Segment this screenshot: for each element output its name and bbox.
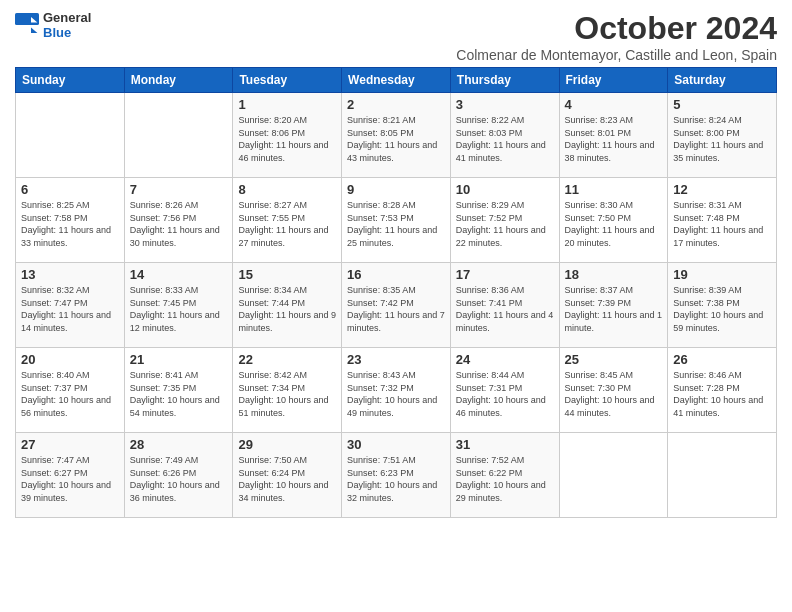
calendar-day: 14Sunrise: 8:33 AM Sunset: 7:45 PM Dayli… xyxy=(124,263,233,348)
logo-general-text: General xyxy=(43,10,91,25)
calendar-day: 21Sunrise: 8:41 AM Sunset: 7:35 PM Dayli… xyxy=(124,348,233,433)
day-number: 23 xyxy=(347,352,445,367)
calendar-day: 24Sunrise: 8:44 AM Sunset: 7:31 PM Dayli… xyxy=(450,348,559,433)
day-info: Sunrise: 8:44 AM Sunset: 7:31 PM Dayligh… xyxy=(456,369,554,419)
day-info: Sunrise: 8:29 AM Sunset: 7:52 PM Dayligh… xyxy=(456,199,554,249)
day-number: 7 xyxy=(130,182,228,197)
calendar-day: 17Sunrise: 8:36 AM Sunset: 7:41 PM Dayli… xyxy=(450,263,559,348)
svg-rect-0 xyxy=(15,13,39,25)
calendar-day: 13Sunrise: 8:32 AM Sunset: 7:47 PM Dayli… xyxy=(16,263,125,348)
calendar-day: 8Sunrise: 8:27 AM Sunset: 7:55 PM Daylig… xyxy=(233,178,342,263)
calendar-day: 16Sunrise: 8:35 AM Sunset: 7:42 PM Dayli… xyxy=(342,263,451,348)
week-row-5: 27Sunrise: 7:47 AM Sunset: 6:27 PM Dayli… xyxy=(16,433,777,518)
day-header-wednesday: Wednesday xyxy=(342,68,451,93)
day-number: 19 xyxy=(673,267,771,282)
logo-blue-text: Blue xyxy=(43,25,91,40)
calendar-table: SundayMondayTuesdayWednesdayThursdayFrid… xyxy=(15,67,777,518)
day-number: 2 xyxy=(347,97,445,112)
day-number: 5 xyxy=(673,97,771,112)
day-info: Sunrise: 8:42 AM Sunset: 7:34 PM Dayligh… xyxy=(238,369,336,419)
day-info: Sunrise: 8:22 AM Sunset: 8:03 PM Dayligh… xyxy=(456,114,554,164)
day-info: Sunrise: 7:52 AM Sunset: 6:22 PM Dayligh… xyxy=(456,454,554,504)
week-row-1: 1Sunrise: 8:20 AM Sunset: 8:06 PM Daylig… xyxy=(16,93,777,178)
day-info: Sunrise: 8:28 AM Sunset: 7:53 PM Dayligh… xyxy=(347,199,445,249)
day-info: Sunrise: 7:49 AM Sunset: 6:26 PM Dayligh… xyxy=(130,454,228,504)
calendar-day: 20Sunrise: 8:40 AM Sunset: 7:37 PM Dayli… xyxy=(16,348,125,433)
day-number: 9 xyxy=(347,182,445,197)
logo: General Blue xyxy=(15,10,91,40)
calendar-body: 1Sunrise: 8:20 AM Sunset: 8:06 PM Daylig… xyxy=(16,93,777,518)
day-number: 27 xyxy=(21,437,119,452)
day-number: 25 xyxy=(565,352,663,367)
day-info: Sunrise: 7:47 AM Sunset: 6:27 PM Dayligh… xyxy=(21,454,119,504)
calendar-day: 5Sunrise: 8:24 AM Sunset: 8:00 PM Daylig… xyxy=(668,93,777,178)
day-info: Sunrise: 8:34 AM Sunset: 7:44 PM Dayligh… xyxy=(238,284,336,334)
day-number: 31 xyxy=(456,437,554,452)
calendar-day: 10Sunrise: 8:29 AM Sunset: 7:52 PM Dayli… xyxy=(450,178,559,263)
day-number: 12 xyxy=(673,182,771,197)
calendar-day: 19Sunrise: 8:39 AM Sunset: 7:38 PM Dayli… xyxy=(668,263,777,348)
day-header-tuesday: Tuesday xyxy=(233,68,342,93)
day-number: 15 xyxy=(238,267,336,282)
day-info: Sunrise: 8:27 AM Sunset: 7:55 PM Dayligh… xyxy=(238,199,336,249)
calendar-day: 15Sunrise: 8:34 AM Sunset: 7:44 PM Dayli… xyxy=(233,263,342,348)
calendar-day: 4Sunrise: 8:23 AM Sunset: 8:01 PM Daylig… xyxy=(559,93,668,178)
title-section: October 2024 Colmenar de Montemayor, Cas… xyxy=(456,10,777,63)
day-info: Sunrise: 8:30 AM Sunset: 7:50 PM Dayligh… xyxy=(565,199,663,249)
day-number: 17 xyxy=(456,267,554,282)
day-number: 24 xyxy=(456,352,554,367)
header-row: SundayMondayTuesdayWednesdayThursdayFrid… xyxy=(16,68,777,93)
calendar-day: 12Sunrise: 8:31 AM Sunset: 7:48 PM Dayli… xyxy=(668,178,777,263)
day-number: 13 xyxy=(21,267,119,282)
day-number: 8 xyxy=(238,182,336,197)
calendar-day xyxy=(668,433,777,518)
day-number: 1 xyxy=(238,97,336,112)
day-number: 4 xyxy=(565,97,663,112)
calendar-day: 9Sunrise: 8:28 AM Sunset: 7:53 PM Daylig… xyxy=(342,178,451,263)
svg-rect-1 xyxy=(15,25,39,37)
calendar-day: 27Sunrise: 7:47 AM Sunset: 6:27 PM Dayli… xyxy=(16,433,125,518)
day-info: Sunrise: 8:39 AM Sunset: 7:38 PM Dayligh… xyxy=(673,284,771,334)
day-header-friday: Friday xyxy=(559,68,668,93)
main-title: October 2024 xyxy=(456,10,777,47)
page: General Blue October 2024 Colmenar de Mo… xyxy=(0,0,792,612)
calendar-day: 18Sunrise: 8:37 AM Sunset: 7:39 PM Dayli… xyxy=(559,263,668,348)
calendar-day: 28Sunrise: 7:49 AM Sunset: 6:26 PM Dayli… xyxy=(124,433,233,518)
day-info: Sunrise: 7:51 AM Sunset: 6:23 PM Dayligh… xyxy=(347,454,445,504)
day-number: 18 xyxy=(565,267,663,282)
day-info: Sunrise: 8:25 AM Sunset: 7:58 PM Dayligh… xyxy=(21,199,119,249)
day-number: 26 xyxy=(673,352,771,367)
subtitle: Colmenar de Montemayor, Castille and Leo… xyxy=(456,47,777,63)
day-info: Sunrise: 8:21 AM Sunset: 8:05 PM Dayligh… xyxy=(347,114,445,164)
day-info: Sunrise: 8:37 AM Sunset: 7:39 PM Dayligh… xyxy=(565,284,663,334)
calendar-day: 6Sunrise: 8:25 AM Sunset: 7:58 PM Daylig… xyxy=(16,178,125,263)
day-number: 20 xyxy=(21,352,119,367)
day-number: 10 xyxy=(456,182,554,197)
day-info: Sunrise: 7:50 AM Sunset: 6:24 PM Dayligh… xyxy=(238,454,336,504)
day-number: 29 xyxy=(238,437,336,452)
logo-text: General Blue xyxy=(43,10,91,40)
day-number: 3 xyxy=(456,97,554,112)
day-info: Sunrise: 8:32 AM Sunset: 7:47 PM Dayligh… xyxy=(21,284,119,334)
day-info: Sunrise: 8:43 AM Sunset: 7:32 PM Dayligh… xyxy=(347,369,445,419)
calendar-day: 2Sunrise: 8:21 AM Sunset: 8:05 PM Daylig… xyxy=(342,93,451,178)
calendar-day xyxy=(559,433,668,518)
header: General Blue October 2024 Colmenar de Mo… xyxy=(15,10,777,63)
calendar-day: 7Sunrise: 8:26 AM Sunset: 7:56 PM Daylig… xyxy=(124,178,233,263)
day-number: 16 xyxy=(347,267,445,282)
calendar-day: 25Sunrise: 8:45 AM Sunset: 7:30 PM Dayli… xyxy=(559,348,668,433)
day-info: Sunrise: 8:26 AM Sunset: 7:56 PM Dayligh… xyxy=(130,199,228,249)
day-header-sunday: Sunday xyxy=(16,68,125,93)
week-row-3: 13Sunrise: 8:32 AM Sunset: 7:47 PM Dayli… xyxy=(16,263,777,348)
day-info: Sunrise: 8:35 AM Sunset: 7:42 PM Dayligh… xyxy=(347,284,445,334)
week-row-2: 6Sunrise: 8:25 AM Sunset: 7:58 PM Daylig… xyxy=(16,178,777,263)
day-info: Sunrise: 8:20 AM Sunset: 8:06 PM Dayligh… xyxy=(238,114,336,164)
week-row-4: 20Sunrise: 8:40 AM Sunset: 7:37 PM Dayli… xyxy=(16,348,777,433)
calendar-day: 31Sunrise: 7:52 AM Sunset: 6:22 PM Dayli… xyxy=(450,433,559,518)
day-info: Sunrise: 8:23 AM Sunset: 8:01 PM Dayligh… xyxy=(565,114,663,164)
calendar-day: 1Sunrise: 8:20 AM Sunset: 8:06 PM Daylig… xyxy=(233,93,342,178)
day-header-monday: Monday xyxy=(124,68,233,93)
day-number: 22 xyxy=(238,352,336,367)
calendar-day: 3Sunrise: 8:22 AM Sunset: 8:03 PM Daylig… xyxy=(450,93,559,178)
day-number: 30 xyxy=(347,437,445,452)
